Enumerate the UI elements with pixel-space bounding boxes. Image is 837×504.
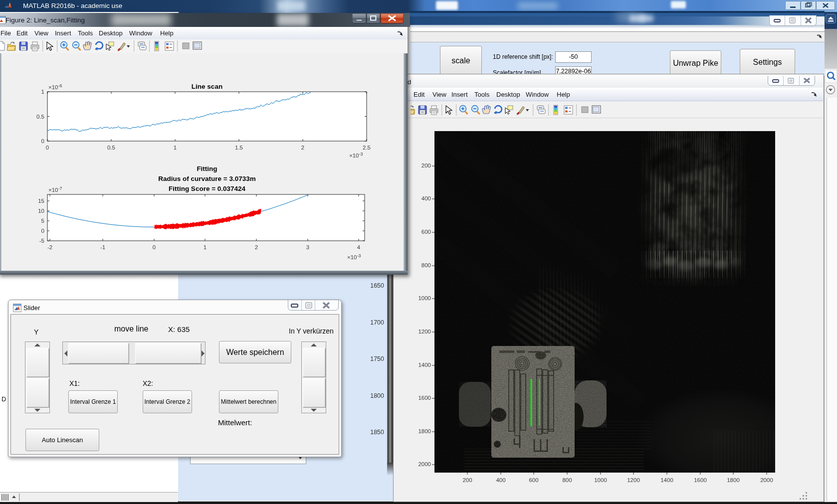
svg-text:×10-3: ×10-3 bbox=[347, 253, 361, 260]
svg-text:3: 3 bbox=[306, 244, 309, 250]
svg-text:×10-3: ×10-3 bbox=[349, 152, 363, 159]
svg-text:2: 2 bbox=[255, 244, 258, 250]
svg-text:-1: -1 bbox=[100, 244, 105, 250]
svg-text:-2: -2 bbox=[47, 244, 52, 250]
svg-text:0: 0 bbox=[41, 138, 44, 144]
svg-text:×10-6: ×10-6 bbox=[48, 83, 62, 90]
svg-text:2: 2 bbox=[301, 145, 304, 151]
svg-text:1.5: 1.5 bbox=[235, 145, 243, 151]
svg-text:Fitting: Fitting bbox=[197, 165, 217, 172]
svg-text:Radius of curvature = 3.0733m: Radius of curvature = 3.0733m bbox=[158, 175, 255, 182]
svg-text:×10-7: ×10-7 bbox=[48, 186, 62, 193]
svg-text:0.5: 0.5 bbox=[107, 145, 115, 151]
svg-text:10: 10 bbox=[38, 208, 44, 214]
svg-text:0: 0 bbox=[41, 228, 44, 234]
svg-text:0: 0 bbox=[153, 244, 156, 250]
svg-text:1: 1 bbox=[41, 89, 44, 95]
svg-text:-5: -5 bbox=[39, 238, 44, 244]
svg-text:0.5: 0.5 bbox=[36, 114, 44, 120]
svg-text:1: 1 bbox=[204, 244, 207, 250]
svg-text:2.5: 2.5 bbox=[363, 145, 371, 151]
svg-text:4: 4 bbox=[357, 244, 361, 250]
svg-text:Line scan: Line scan bbox=[192, 83, 222, 90]
svg-text:15: 15 bbox=[38, 198, 44, 204]
svg-text:0: 0 bbox=[46, 145, 49, 151]
svg-text:Fitting Score = 0.037424: Fitting Score = 0.037424 bbox=[169, 185, 246, 192]
svg-text:1: 1 bbox=[174, 145, 177, 151]
svg-text:5: 5 bbox=[41, 218, 44, 224]
